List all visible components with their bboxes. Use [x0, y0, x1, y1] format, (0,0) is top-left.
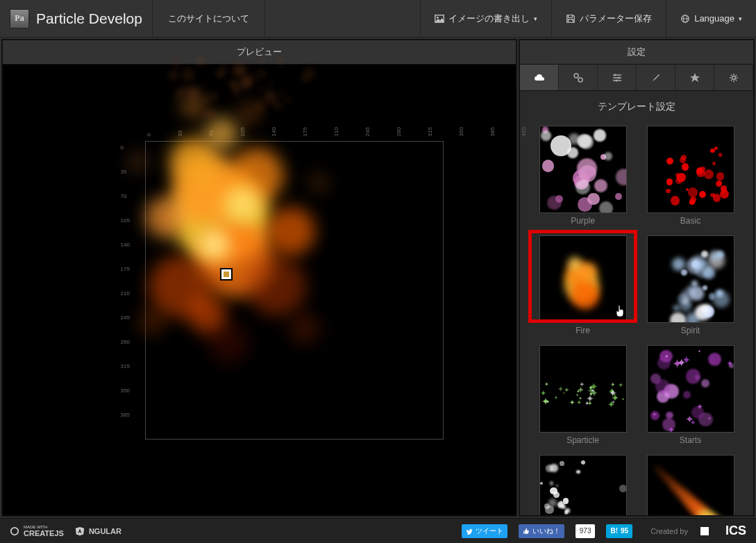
tab-brush[interactable] [637, 65, 675, 90]
preview-canvas-area[interactable]: 03570105140175210245280315350385 0357010… [3, 65, 516, 515]
like-count: 973 [576, 524, 596, 538]
save-icon [566, 14, 576, 24]
template-item-7[interactable] [641, 455, 739, 515]
tab-sliders[interactable] [598, 65, 637, 90]
logo-area: Pa Particle Develop [0, 9, 152, 28]
template-label: Sparticle [566, 435, 599, 445]
svg-point-10 [614, 74, 616, 76]
svg-rect-15 [700, 527, 709, 535]
language-button[interactable]: Language ▾ [666, 0, 756, 37]
template-label: Fire [576, 326, 590, 335]
template-label: Spirit [681, 326, 700, 335]
template-thumbnail [647, 235, 734, 323]
created-by-label: Created by [650, 527, 688, 535]
export-image-button[interactable]: イメージの書き出し ▾ [420, 0, 551, 37]
sliders-icon [612, 72, 623, 83]
settings-panel: 設定 テンプレート設定 PurpleBasicFireSpirit✦✦✦✦✦✦✦… [519, 39, 755, 517]
svg-point-5 [574, 74, 578, 78]
thumbs-up-icon [523, 528, 530, 535]
template-thumbnail: ✦✦✦✦✦✦✦✦✦✦✦✦✦ [647, 345, 734, 433]
tweet-button[interactable]: ツイート [462, 524, 507, 538]
svg-point-14 [11, 527, 19, 535]
template-thumbnail [647, 126, 734, 213]
template-thumbnail [647, 455, 734, 515]
preview-panel: プレビュー 03570105140175210245280315350385 0… [1, 39, 517, 517]
template-purple[interactable]: Purple [534, 126, 632, 226]
template-thumbnail [539, 126, 627, 213]
createjs-logo[interactable]: MADE WITHCREATEJS [10, 525, 64, 537]
settings-title: 設定 [520, 40, 753, 65]
tab-gear[interactable] [714, 65, 753, 90]
svg-point-6 [578, 78, 582, 82]
stage-boundary [145, 141, 444, 440]
template-thumbnail: ✦✦✦✦✦✦✦✦✦✦✦✦✦✦✦✦✦✦✦✦✦✦✦✦✦✦✦✦✦✦✦✦✦✦✦ [539, 345, 627, 433]
cursor-icon [615, 305, 625, 317]
brush-icon [650, 72, 662, 83]
tab-emitter[interactable] [559, 65, 598, 90]
svg-point-13 [732, 76, 735, 79]
app-name: Particle Develop [36, 10, 142, 27]
footer: MADE WITHCREATEJS NGULAR ツイート いいね！ 973 B… [0, 518, 756, 543]
template-label: Starts [680, 435, 701, 445]
about-button[interactable]: このサイトについて [152, 0, 265, 37]
template-label: Basic [680, 216, 700, 226]
like-button[interactable]: いいね！ [519, 524, 564, 538]
emitter-marker[interactable] [221, 269, 231, 279]
svg-point-11 [617, 76, 619, 78]
logo-badge: Pa [10, 9, 29, 28]
template-fire[interactable]: Fire [534, 235, 632, 335]
tab-star[interactable] [675, 65, 714, 90]
save-params-button[interactable]: パラメーター保存 [551, 0, 666, 37]
gear-icon [728, 72, 739, 83]
save-label: パラメーター保存 [580, 12, 652, 25]
template-basic[interactable]: Basic [641, 126, 739, 226]
hatena-button[interactable]: B!95 [606, 524, 632, 538]
ruler-vertical: 03570105140175210245280315350385 [121, 144, 130, 418]
template-thumbnail [539, 455, 627, 515]
ics-logo-icon [699, 526, 710, 537]
ics-logo[interactable]: ICS [725, 524, 746, 538]
template-label: Purple [571, 216, 595, 226]
globe-icon [680, 14, 690, 24]
createjs-icon [10, 526, 19, 536]
template-starts[interactable]: ✦✦✦✦✦✦✦✦✦✦✦✦✦Starts [641, 345, 739, 445]
tab-templates[interactable] [520, 65, 559, 90]
angular-logo[interactable]: NGULAR [75, 526, 121, 536]
cloud-icon [534, 72, 545, 83]
svg-point-1 [437, 16, 439, 18]
settings-tabs [520, 65, 753, 91]
preview-title: プレビュー [3, 40, 516, 65]
language-label: Language [694, 13, 734, 24]
gears-icon [573, 72, 584, 83]
template-spirit[interactable]: Spirit [641, 235, 739, 335]
export-label: イメージの書き出し [448, 12, 530, 25]
angular-icon [75, 526, 85, 536]
star-icon [689, 72, 700, 83]
image-icon [435, 14, 444, 24]
template-sparticle[interactable]: ✦✦✦✦✦✦✦✦✦✦✦✦✦✦✦✦✦✦✦✦✦✦✦✦✦✦✦✦✦✦✦✦✦✦✦Spart… [534, 345, 632, 445]
template-section-title: テンプレート設定 [527, 101, 746, 113]
header: Pa Particle Develop このサイトについて イメージの書き出し … [0, 0, 756, 37]
ruler-horizontal: 03570105140175210245280315350385420455 [145, 130, 558, 136]
twitter-icon [466, 528, 473, 535]
svg-point-12 [615, 79, 617, 81]
template-item-6[interactable] [534, 455, 632, 515]
